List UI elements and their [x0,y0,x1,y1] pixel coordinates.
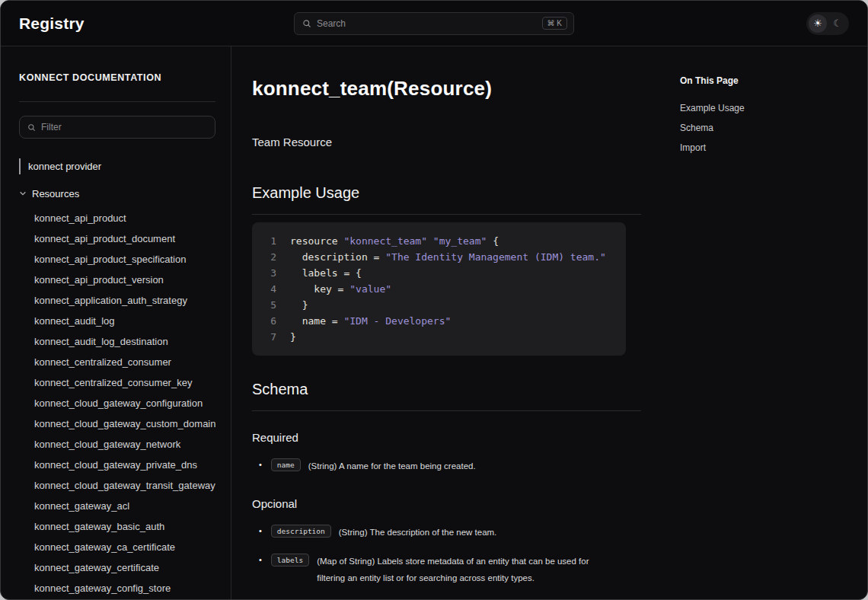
page-title: konnect_team(Resource) [252,77,641,101]
sidebar-item[interactable]: konnect_centralized_consumer_key [34,372,215,393]
toc-list: Example UsageSchemaImport [680,94,832,153]
sidebar-item[interactable]: konnect_gateway_certificate [34,557,215,578]
sidebar-item[interactable]: konnect_audit_log [34,311,215,331]
param-badge: name [271,458,301,471]
registry-logo[interactable]: Registry [19,14,85,33]
sidebar-item[interactable]: konnect_api_product_specification [34,249,215,270]
code-token: } [290,331,296,343]
sidebar-item[interactable]: konnect_api_product_version [34,270,215,290]
content: konnect_team(Resource) Team Resource Exa… [252,46,641,599]
string-token: "The Identity Management (IDM) team." [385,251,606,263]
toc-link[interactable]: Schema [680,123,832,133]
sidebar-group-resources[interactable]: Resources [19,185,215,202]
moon-icon: ☾ [833,18,842,29]
toc-link[interactable]: Import [680,142,832,153]
code-line: 4 key = "value" [266,281,612,297]
line-number: 2 [266,249,276,265]
filter-box[interactable] [19,116,215,139]
search-icon [302,19,311,28]
param-list-item: •description(String) The description of … [252,524,641,541]
optional-heading: Opcional [252,497,641,510]
sidebar-item[interactable]: konnect_gateway_ca_certificate [34,537,215,557]
param-description: (String) The description of the new team… [339,524,497,541]
code-text: description = "The Identity Management (… [290,249,606,265]
code-text: labels = { [290,265,362,281]
sun-icon: ☀ [813,18,822,29]
search-box[interactable]: ⌘ K [294,12,574,35]
code-text: } [290,297,308,313]
sidebar-item[interactable]: konnect_gateway_consumer [34,598,215,599]
sidebar-item[interactable]: konnect_centralized_consumer [34,352,215,372]
param-badge: description [271,525,331,538]
string-token: "konnect_team" [343,235,427,247]
section-divider-schema [252,410,641,411]
section-heading-example-usage: Example Usage [252,184,641,202]
bullet-icon: • [259,555,262,564]
sidebar-item[interactable]: konnect_cloud_gateway_custom_domain [34,413,215,434]
code-line: 7} [266,329,612,345]
code-text: name = "IDM - Developers" [290,313,451,329]
sidebar-item[interactable]: konnect_cloud_gateway_network [34,434,215,455]
line-number: 3 [266,265,276,281]
code-token: } [290,299,308,311]
command-k-shortcut: ⌘ K [542,17,567,30]
filter-search-icon [27,123,36,132]
sidebar-item[interactable]: konnect_gateway_basic_auth [34,516,215,537]
app-window: Registry ⌘ K ☀ ☾ KONNECT DOCUMENTATION [0,0,868,600]
param-description: (String) A name for the team being creat… [308,458,476,474]
sidebar-divider [19,101,215,102]
sidebar-item[interactable]: konnect_gateway_config_store [34,578,215,598]
chevron-down-icon [19,190,27,197]
sidebar-item[interactable]: konnect_application_auth_strategy [34,290,215,311]
sidebar-item[interactable]: konnect_api_product [34,208,215,228]
theme-toggle: ☀ ☾ [806,12,849,35]
sidebar-item[interactable]: konnect_api_product_document [34,228,215,249]
code-text: resource "konnect_team" "my_team" { [290,233,499,249]
search-input[interactable] [317,18,537,29]
code-text: } [290,329,296,345]
sidebar-item[interactable]: konnect_gateway_acl [34,496,215,516]
string-token: "my_team" [433,235,487,247]
sidebar-item[interactable]: konnect_cloud_gateway_transit_gateway [34,475,215,496]
code-token: labels = { [290,267,362,279]
light-theme-button[interactable]: ☀ [809,14,827,33]
page-body: KONNECT DOCUMENTATION konnect provider [1,46,867,599]
line-number: 5 [266,297,276,313]
code-token: { [487,235,499,247]
code-line: 1resource "konnect_team" "my_team" { [266,233,612,249]
sidebar: KONNECT DOCUMENTATION konnect provider [1,46,231,599]
toc-link[interactable]: Example Usage [680,103,832,113]
param-list-item: •name(String) A name for the team being … [252,458,641,474]
sidebar-item[interactable]: konnect_cloud_gateway_private_dns [34,455,215,475]
main: konnect_team(Resource) Team Resource Exa… [231,46,867,599]
section-heading-schema: Schema [252,381,641,398]
section-divider [252,214,641,215]
param-description: (Map of String) Labels store metadata of… [317,553,615,587]
bullet-icon: • [259,526,262,535]
line-number: 1 [266,233,276,249]
sidebar-title: KONNECT DOCUMENTATION [19,72,215,83]
sidebar-item[interactable]: konnect_audit_log_destination [34,331,215,352]
line-number: 4 [266,281,276,297]
code-text: key = "value" [290,281,391,297]
param-list-item: •labels(Map of String) Labels store meta… [252,553,641,587]
toc-title: On This Page [680,75,832,86]
code-block: 1resource "konnect_team" "my_team" {2 de… [252,222,626,356]
string-token: "IDM - Developers" [343,315,451,327]
required-list: •name(String) A name for the team being … [252,458,641,474]
required-heading: Required [252,431,641,444]
sidebar-item[interactable]: konnect_cloud_gateway_configuration [34,393,215,413]
header: Registry ⌘ K ☀ ☾ [1,1,867,46]
code-token: key = [290,283,349,295]
dark-theme-button[interactable]: ☾ [828,14,847,33]
code-line: 5 } [266,297,612,313]
code-token [427,235,433,247]
toc: On This Page Example UsageSchemaImport [680,46,832,599]
code-line: 2 description = "The Identity Management… [266,249,612,265]
code-token: description = [290,251,385,263]
sidebar-resources-list: konnect_api_productkonnect_api_product_d… [19,208,215,599]
filter-input[interactable] [41,122,207,132]
code-line: 6 name = "IDM - Developers" [266,313,612,329]
sidebar-group-label: Resources [32,188,79,199]
sidebar-item-konnect-provider[interactable]: konnect provider [19,158,215,174]
